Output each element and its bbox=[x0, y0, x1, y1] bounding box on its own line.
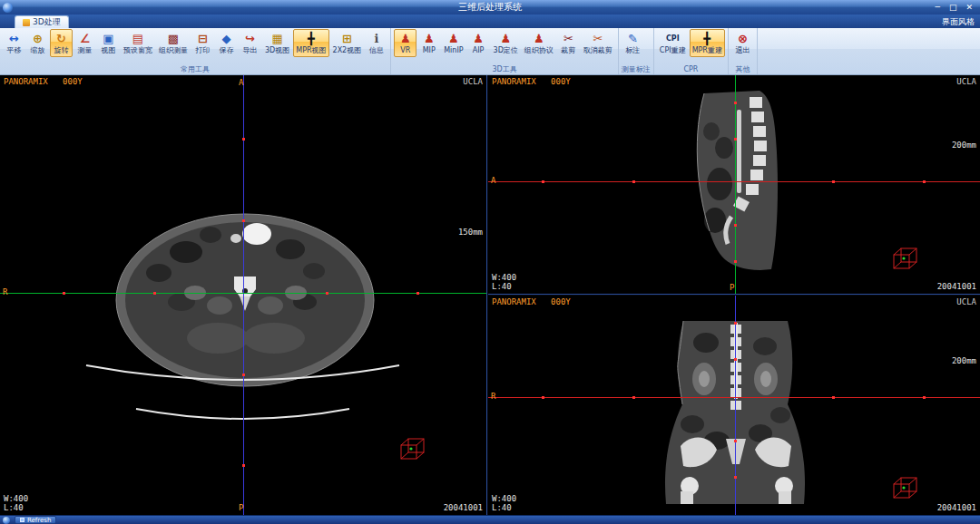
interface-style-menu[interactable]: 界面风格 bbox=[942, 16, 975, 28]
crosshair-handle[interactable] bbox=[542, 180, 544, 183]
ribbon-button-label: 2X2视图 bbox=[333, 46, 362, 55]
crosshair-handle[interactable] bbox=[923, 180, 926, 183]
tissue-protocol-button[interactable]: ♟组织协议 bbox=[522, 29, 556, 57]
rotate-button[interactable]: ↻旋转 bbox=[50, 29, 73, 57]
mpr-rebuild-button[interactable]: ╋MPR重建 bbox=[690, 29, 725, 57]
crosshair-handle[interactable] bbox=[242, 464, 245, 467]
crosshair-handle[interactable] bbox=[63, 292, 65, 295]
crosshair-handle[interactable] bbox=[734, 138, 737, 141]
patient-label: PANORAMIX 000Y bbox=[492, 77, 571, 86]
date-label: 20041001 bbox=[444, 503, 483, 512]
viewport-sagittal[interactable]: PANORAMIX 000Y UCLA A P 200mm W:400 L:40… bbox=[488, 75, 980, 295]
crosshair-handle[interactable] bbox=[734, 358, 737, 361]
crosshair-handle[interactable] bbox=[153, 292, 156, 295]
exit-button[interactable]: ⊗退出 bbox=[731, 29, 754, 57]
crosshair-handle[interactable] bbox=[242, 219, 245, 222]
cpr-rebuild-icon: CPI bbox=[664, 31, 681, 46]
sagittal-crosshair-horizontal[interactable] bbox=[488, 181, 980, 182]
window-level-label: L:40 bbox=[4, 503, 24, 512]
coronal-crosshair-horizontal[interactable] bbox=[488, 397, 980, 398]
site-label: UCLA bbox=[463, 77, 483, 86]
crosshair-handle[interactable] bbox=[734, 322, 737, 325]
crosshair-handle[interactable] bbox=[416, 292, 419, 295]
crop-button[interactable]: ✂裁剪 bbox=[557, 29, 580, 57]
ribbon-button-label: 3D定位 bbox=[494, 46, 518, 55]
app-logo-icon[interactable] bbox=[3, 3, 13, 13]
viewport-coronal[interactable]: PANORAMIX 000Y UCLA R 200mm W:400 L:40 2… bbox=[488, 296, 980, 515]
patient-code: 000Y bbox=[551, 77, 571, 86]
orientation-bottom-label: P bbox=[239, 503, 243, 512]
info-button[interactable]: ℹ信息 bbox=[365, 29, 387, 57]
minip-icon: ♟ bbox=[446, 31, 462, 46]
ribbon-button-label: MPR重建 bbox=[692, 46, 722, 55]
measure-icon: ∠ bbox=[77, 31, 93, 46]
view-button[interactable]: ▣视图 bbox=[97, 29, 120, 57]
save-button[interactable]: ◆保存 bbox=[215, 29, 238, 57]
tab-3d-processing[interactable]: 3D处理 bbox=[15, 15, 69, 28]
maximize-button[interactable]: □ bbox=[949, 3, 957, 12]
crosshair-handle[interactable] bbox=[734, 476, 737, 479]
orientation-cube-icon[interactable] bbox=[890, 246, 921, 273]
minip-button[interactable]: ♟MinIP bbox=[441, 29, 466, 57]
crosshair-handle[interactable] bbox=[242, 374, 245, 376]
2x2-view-button[interactable]: ⊞2X2视图 bbox=[330, 29, 365, 57]
ribbon-group-label: 测量标注 bbox=[622, 64, 651, 74]
ribbon-group-buttons: CPICPI重建╋MPR重建 bbox=[657, 29, 725, 64]
vr-button[interactable]: ♟VR bbox=[394, 29, 416, 57]
ribbon-group-label: 其他 bbox=[731, 64, 754, 74]
coronal-crosshair-vertical[interactable] bbox=[735, 296, 736, 515]
crosshair-handle[interactable] bbox=[242, 138, 245, 141]
minimize-button[interactable]: ─ bbox=[936, 3, 940, 12]
3d-view-button[interactable]: ▦3D视图 bbox=[262, 29, 292, 57]
zoom-button[interactable]: ⊕缩放 bbox=[26, 29, 49, 57]
crosshair-handle[interactable] bbox=[734, 102, 737, 104]
crosshair-handle[interactable] bbox=[326, 292, 328, 295]
ribbon-group-3: CPICPI重建╋MPR重建CPR bbox=[654, 28, 729, 74]
refresh-task-button[interactable]: Refresh bbox=[15, 516, 56, 524]
cpr-rebuild-button[interactable]: CPICPI重建 bbox=[657, 29, 689, 57]
3d-locate-button[interactable]: ♟3D定位 bbox=[491, 29, 521, 57]
measure-button[interactable]: ∠测量 bbox=[74, 29, 96, 57]
ribbon-tab-row: 3D处理 界面风格 bbox=[0, 15, 980, 28]
aip-icon: ♟ bbox=[470, 31, 486, 46]
save-icon: ◆ bbox=[219, 31, 235, 46]
ribbon-group-4: ⊗退出其他 bbox=[729, 28, 758, 74]
pan-button[interactable]: ↔平移 bbox=[3, 29, 25, 57]
window-preset-button[interactable]: ▤预设窗宽 bbox=[121, 29, 155, 57]
ribbon-groups: ↔平移⊕缩放↻旋转∠测量▣视图▤预设窗宽▩组织测量⊟打印◆保存↪导出▦3D视图╋… bbox=[0, 28, 758, 74]
ribbon-button-label: 取消裁剪 bbox=[583, 46, 612, 55]
viewport-axial[interactable]: PANORAMIX 000Y UCLA A R P 150mm W:400 L:… bbox=[0, 75, 487, 515]
crosshair-handle[interactable] bbox=[632, 396, 635, 399]
tissue-measure-button[interactable]: ▩组织测量 bbox=[156, 29, 191, 57]
annotate-button[interactable]: ✎标注 bbox=[622, 29, 644, 57]
crosshair-handle[interactable] bbox=[632, 180, 635, 183]
axial-crosshair-horizontal[interactable] bbox=[0, 293, 486, 294]
crosshair-handle[interactable] bbox=[832, 180, 835, 183]
app-window: 三维后处理系统 ─ □ ✕ 3D处理 界面风格 ↔平移⊕缩放↻旋转∠测量▣视图▤… bbox=[0, 0, 980, 524]
print-button[interactable]: ⊟打印 bbox=[191, 29, 214, 57]
window-preset-icon: ▤ bbox=[130, 31, 146, 46]
mip-button[interactable]: ♟MIP bbox=[417, 29, 440, 57]
crosshair-handle[interactable] bbox=[734, 224, 737, 227]
crosshair-handle[interactable] bbox=[734, 440, 737, 442]
crosshair-handle[interactable] bbox=[832, 396, 835, 399]
aip-button[interactable]: ♟AIP bbox=[467, 29, 490, 57]
crosshair-handle[interactable] bbox=[542, 396, 544, 399]
tissue-measure-icon: ▩ bbox=[165, 31, 181, 46]
tab-icon bbox=[23, 19, 30, 26]
patient-code: 000Y bbox=[551, 297, 571, 306]
axial-crosshair-vertical[interactable] bbox=[243, 75, 244, 515]
orientation-left-label: R bbox=[491, 392, 495, 401]
crosshair-handle[interactable] bbox=[923, 396, 926, 399]
ribbon-button-label: CPI重建 bbox=[660, 46, 686, 55]
mpr-view-icon: ╋ bbox=[303, 31, 319, 46]
crosshair-handle[interactable] bbox=[734, 260, 737, 263]
close-button[interactable]: ✕ bbox=[965, 3, 973, 12]
orientation-cube-icon[interactable] bbox=[397, 436, 428, 463]
orientation-cube-icon[interactable] bbox=[890, 475, 921, 502]
uncrop-button[interactable]: ✂取消裁剪 bbox=[581, 29, 615, 57]
mpr-view-button[interactable]: ╋MPR视图 bbox=[293, 29, 328, 57]
start-orb-icon[interactable] bbox=[3, 517, 10, 524]
export-button[interactable]: ↪导出 bbox=[239, 29, 261, 57]
ribbon-group-label: 常用工具 bbox=[3, 64, 387, 74]
